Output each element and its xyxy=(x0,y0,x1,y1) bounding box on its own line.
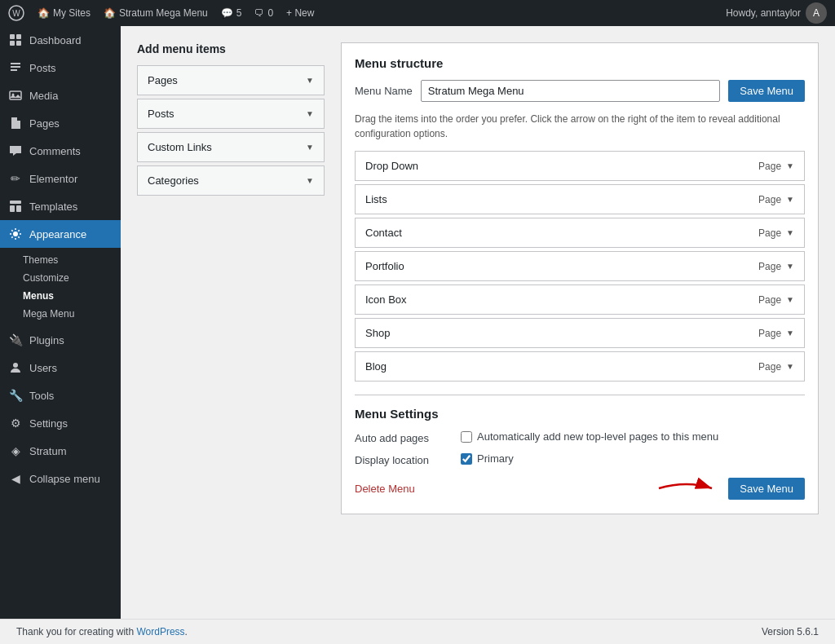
admin-bar-site-title[interactable]: 🏠 Stratum Mega Menu xyxy=(104,7,208,19)
save-menu-button-top[interactable]: Save Menu xyxy=(728,80,805,102)
sidebar-item-media[interactable]: Media xyxy=(0,82,121,109)
svg-rect-8 xyxy=(10,201,21,204)
menu-item-drop-down-type: Page ▼ xyxy=(758,161,794,172)
sidebar-item-pages[interactable]: Pages xyxy=(0,109,121,137)
delete-menu-link[interactable]: Delete Menu xyxy=(355,483,415,495)
footer-text: Thank you for creating with WordPress. xyxy=(16,626,188,637)
svg-rect-3 xyxy=(16,34,21,39)
accordion-categories-label: Categories xyxy=(148,174,199,187)
svg-text:W: W xyxy=(12,9,20,18)
auto-add-pages-row: Auto add pages Automatically add new top… xyxy=(355,430,805,444)
menu-item-drop-down[interactable]: Drop Down Page ▼ xyxy=(355,151,805,181)
menu-actions-row: Delete Menu Save M xyxy=(355,476,805,501)
sidebar-item-stratum[interactable]: ◈ Stratum xyxy=(0,437,121,465)
accordion-posts: Posts ▼ xyxy=(137,99,325,129)
svg-rect-10 xyxy=(16,205,21,212)
display-location-value: Primary xyxy=(461,452,514,465)
content-wrap: Add menu items Pages ▼ Posts ▼ Custom xyxy=(137,42,819,514)
menu-item-contact[interactable]: Contact Page ▼ xyxy=(355,218,805,248)
sidebar-item-plugins[interactable]: 🔌 Plugins xyxy=(0,326,121,354)
sidebar-item-users[interactable]: Users xyxy=(0,354,121,382)
menu-settings-title: Menu Settings xyxy=(355,407,805,421)
sidebar-item-users-label: Users xyxy=(29,362,57,374)
accordion-posts-header[interactable]: Posts ▼ xyxy=(138,99,324,128)
admin-bar-new[interactable]: + New xyxy=(286,7,314,19)
my-sites-icon: 🏠 xyxy=(38,7,50,19)
accordion-pages-label: Pages xyxy=(148,74,178,86)
auto-add-pages-description: Automatically add new top-level pages to… xyxy=(477,430,718,443)
accordion-categories: Categories ▼ xyxy=(137,165,325,196)
accordion-posts-label: Posts xyxy=(148,108,175,120)
svg-rect-5 xyxy=(16,41,21,46)
auto-add-pages-label: Auto add pages xyxy=(355,430,453,444)
avatar: A xyxy=(806,2,827,24)
sidebar-item-menus[interactable]: Menus xyxy=(23,287,121,305)
sidebar-item-customize[interactable]: Customize xyxy=(23,269,121,287)
sidebar-item-media-label: Media xyxy=(29,90,58,102)
menu-structure-title: Menu structure xyxy=(355,56,805,70)
accordion-pages: Pages ▼ xyxy=(137,65,325,95)
sidebar-item-elementor[interactable]: ✏ Elementor xyxy=(0,165,121,192)
sidebar-item-templates[interactable]: Templates xyxy=(0,192,121,220)
chevron-down-icon-iconbox[interactable]: ▼ xyxy=(786,295,794,304)
accordion-pages-header[interactable]: Pages ▼ xyxy=(138,66,324,95)
menu-item-blog-label: Blog xyxy=(365,360,387,373)
save-menu-button-bottom[interactable]: Save Menu xyxy=(728,478,805,500)
menu-item-lists-label: Lists xyxy=(365,193,387,205)
sidebar-item-dashboard[interactable]: Dashboard xyxy=(0,26,121,54)
menu-item-shop-type: Page ▼ xyxy=(758,328,794,339)
menu-item-icon-box[interactable]: Icon Box Page ▼ xyxy=(355,285,805,315)
drag-hint: Drag the items into the order you prefer… xyxy=(355,112,805,141)
menu-item-portfolio[interactable]: Portfolio Page ▼ xyxy=(355,251,805,281)
admin-bar-user: Howdy, anntaylor A xyxy=(726,2,827,24)
sidebar-item-settings[interactable]: ⚙ Settings xyxy=(0,409,121,437)
menu-item-icon-box-label: Icon Box xyxy=(365,293,407,306)
menu-item-blog-type: Page ▼ xyxy=(758,361,794,373)
sidebar-item-collapse-label: Collapse menu xyxy=(29,473,100,485)
replies-icon: 🗨 xyxy=(254,7,264,19)
sidebar-item-mega-menu[interactable]: Mega Menu xyxy=(23,305,121,323)
menu-settings: Menu Settings Auto add pages Automatical… xyxy=(355,395,805,501)
chevron-down-icon-lists[interactable]: ▼ xyxy=(786,195,794,204)
admin-bar-my-sites[interactable]: 🏠 My Sites xyxy=(38,7,91,19)
menu-item-shop[interactable]: Shop Page ▼ xyxy=(355,318,805,348)
admin-bar: W 🏠 My Sites 🏠 Stratum Mega Menu 💬 5 🗨 0… xyxy=(0,0,835,26)
chevron-down-icon-blog[interactable]: ▼ xyxy=(786,362,794,371)
accordion-custom-links: Custom Links ▼ xyxy=(137,132,325,162)
sidebar-item-appearance[interactable]: Appearance xyxy=(0,220,121,248)
primary-location-checkbox[interactable] xyxy=(461,453,472,465)
settings-icon: ⚙ xyxy=(8,416,23,430)
auto-add-pages-checkbox[interactable] xyxy=(461,431,472,443)
menu-item-lists[interactable]: Lists Page ▼ xyxy=(355,184,805,214)
footer-wp-link[interactable]: WordPress xyxy=(136,626,184,637)
sidebar-item-pages-label: Pages xyxy=(29,117,60,130)
sidebar-item-tools[interactable]: 🔧 Tools xyxy=(0,382,121,409)
footer-version: Version 5.6.1 xyxy=(762,626,819,637)
tools-icon: 🔧 xyxy=(8,388,23,403)
sidebar-item-settings-label: Settings xyxy=(29,417,68,430)
dashboard-icon xyxy=(8,33,23,47)
sidebar-item-posts[interactable]: Posts xyxy=(0,54,121,82)
chevron-down-icon-portfolio[interactable]: ▼ xyxy=(786,262,794,271)
menu-name-input[interactable] xyxy=(421,80,720,102)
admin-bar-replies[interactable]: 🗨 0 xyxy=(254,7,273,19)
accordion-categories-header[interactable]: Categories ▼ xyxy=(138,166,324,195)
pages-icon xyxy=(8,116,23,130)
chevron-down-icon-shop[interactable]: ▼ xyxy=(786,329,794,337)
sidebar-item-comments[interactable]: Comments xyxy=(0,137,121,165)
users-icon xyxy=(8,360,23,375)
menu-item-blog[interactable]: Blog Page ▼ xyxy=(355,351,805,382)
admin-bar-logo[interactable]: W xyxy=(8,5,24,21)
admin-bar-comments[interactable]: 💬 5 xyxy=(221,7,242,19)
svg-rect-4 xyxy=(10,41,15,46)
menu-name-label: Menu Name xyxy=(355,85,413,97)
accordion-custom-links-header[interactable]: Custom Links ▼ xyxy=(138,133,324,161)
sidebar-item-themes[interactable]: Themes xyxy=(23,251,121,269)
chevron-down-icon[interactable]: ▼ xyxy=(786,161,794,170)
display-location-label: Display location xyxy=(355,452,453,466)
site-icon: 🏠 xyxy=(104,7,116,19)
sidebar-item-collapse[interactable]: ◀ Collapse menu xyxy=(0,465,121,492)
red-arrow-icon xyxy=(655,476,720,501)
chevron-down-icon-contact[interactable]: ▼ xyxy=(786,228,794,237)
sidebar: Dashboard Posts Media Pages Comments xyxy=(0,26,121,619)
